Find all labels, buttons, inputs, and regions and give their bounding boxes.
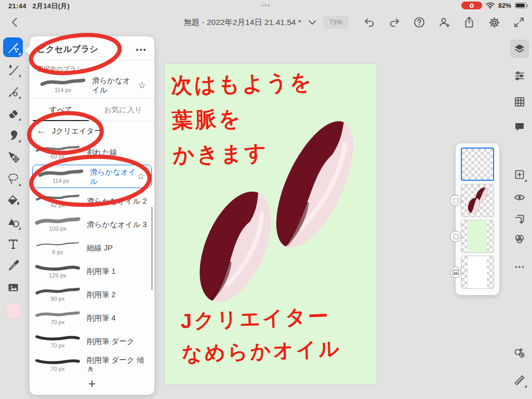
scrollbar[interactable] — [151, 207, 153, 290]
title-chevron-down-icon[interactable] — [309, 20, 316, 25]
help-button[interactable] — [413, 16, 426, 29]
selected-brush-label: 選択中のブラシ — [37, 65, 147, 74]
status-bar: 21:44 2月14日(月) ••• 82% — [0, 0, 532, 11]
add-brush-button[interactable]: + — [30, 372, 154, 395]
tab-favorites[interactable]: お気に入り — [92, 98, 154, 121]
handwritten-note-top: 次はもようを 葉脈を かきます — [170, 71, 316, 179]
layer-thumbnail-beans[interactable] — [461, 184, 494, 217]
tool-place-image[interactable] — [3, 277, 23, 297]
tool-live-brush[interactable] — [3, 59, 23, 79]
layers-thumbnail-panel — [456, 143, 499, 295]
battery-icon — [515, 3, 527, 8]
ruler-button[interactable] — [510, 371, 529, 390]
brush-list-item[interactable]: 6 px 細線 JP — [30, 236, 154, 259]
brush-list-item[interactable]: 70 px 削用筆 ダーク — [30, 329, 154, 353]
tool-mixer-brush[interactable] — [3, 81, 23, 101]
multitask-dots-icon: ••• — [0, 2, 532, 8]
brush-list-item[interactable]: 42 px 滑らかなオイル 2 — [30, 189, 154, 212]
panel-title: ピクセルブラシ — [37, 44, 136, 55]
tool-text[interactable] — [3, 234, 23, 254]
tool-eyedropper[interactable] — [3, 256, 23, 275]
tool-lasso[interactable] — [3, 168, 23, 188]
tool-pixel-brush[interactable] — [3, 37, 23, 57]
layer-badge-pixel-icon[interactable] — [450, 231, 461, 242]
screen-recording-icon[interactable] — [461, 2, 482, 9]
panel-more-button[interactable]: ••• — [136, 45, 147, 54]
invite-person-button[interactable] — [437, 16, 451, 29]
title-bar: 無題 - 2022年2月14日 21.41.54 * 73% — [0, 11, 532, 33]
layer-thumbnail-background[interactable] — [461, 256, 494, 289]
selected-brush-name: 滑らかなオイル — [89, 76, 137, 95]
brush-list[interactable]: 60 px 割れた線 114 px 滑らかなオイル ☆ 42 px 滑らかなオイ… — [30, 140, 154, 372]
motion-effects-button[interactable] — [510, 344, 529, 363]
drawing-canvas[interactable]: 次はもようを 葉脈を かきます Jクリエイター なめらかオイル — [165, 64, 377, 384]
battery-percent: 82% — [498, 2, 511, 9]
brush-group-name: Jクリエイター — [52, 126, 102, 136]
brush-list-item[interactable]: 90 px 削用筆 2 — [30, 283, 154, 306]
back-arrow-icon[interactable]: ← — [37, 126, 46, 136]
comment-button[interactable] — [510, 117, 529, 136]
redo-button[interactable] — [388, 16, 401, 29]
brush-list-item[interactable]: 70 px 削用筆 ダーク 傾き — [30, 353, 154, 372]
left-toolbar — [0, 34, 26, 399]
brush-panel: ピクセルブラシ ••• 選択中のブラシ 114 px 滑らかなオイル ☆ すべて… — [30, 36, 154, 395]
brush-list-item-selected[interactable]: 114 px 滑らかなオイル ☆ — [32, 165, 152, 188]
undo-button[interactable] — [363, 16, 376, 29]
settings-gear-button[interactable] — [487, 16, 501, 29]
layer-more-button[interactable] — [510, 258, 529, 276]
layer-badge-image-icon[interactable] — [450, 267, 461, 278]
brush-list-item[interactable]: 125 px 削用筆 1 — [30, 259, 154, 283]
handwritten-note-bottom: Jクリエイター なめらかオイル — [180, 305, 342, 377]
brush-size: 114 px — [55, 87, 71, 93]
brush-settings-button[interactable] — [510, 66, 529, 85]
layers-button[interactable] — [510, 39, 529, 58]
share-button[interactable] — [462, 16, 476, 29]
layer-thumbnail-green[interactable] — [461, 220, 494, 253]
brush-library-tabs: すべて お気に入り — [30, 98, 154, 121]
right-toolbar — [507, 34, 532, 399]
color-swatch[interactable] — [5, 302, 22, 320]
selected-brush-section: 選択中のブラシ 114 px 滑らかなオイル ☆ — [30, 61, 154, 98]
tool-eraser[interactable] — [3, 103, 23, 123]
layer-mask-button[interactable] — [510, 210, 529, 229]
tool-smudge[interactable] — [3, 125, 23, 144]
tab-all[interactable]: すべて — [30, 98, 92, 121]
tool-move-transform[interactable] — [3, 147, 23, 166]
brush-group-row[interactable]: ← Jクリエイター — [30, 122, 154, 140]
layer-visibility-button[interactable] — [510, 188, 529, 207]
brush-stroke-preview — [40, 78, 86, 86]
layer-thumbnail-empty[interactable] — [461, 148, 494, 181]
add-layer-button[interactable] — [510, 165, 529, 184]
layer-badge-pixel-icon[interactable] — [450, 195, 461, 206]
brush-list-item[interactable]: 60 px 割れた線 — [30, 140, 154, 164]
layer-blend-button[interactable] — [510, 230, 529, 248]
tool-fill[interactable] — [3, 190, 23, 210]
tool-shapes[interactable] — [3, 212, 23, 232]
brush-list-item[interactable]: 100 px 滑らかなオイル 3 — [30, 212, 154, 236]
document-title[interactable]: 無題 - 2022年2月14日 21.41.54 * — [183, 17, 301, 28]
fullscreen-button[interactable] — [512, 16, 526, 29]
zoom-level-badge[interactable]: 73% — [323, 16, 349, 29]
favorite-star-icon[interactable]: ☆ — [136, 171, 146, 182]
brush-list-item[interactable]: 70 px 削用筆 4 — [30, 306, 154, 329]
favorite-star-icon[interactable]: ☆ — [137, 80, 147, 91]
wifi-icon — [486, 2, 495, 9]
grid-button[interactable] — [510, 92, 529, 111]
